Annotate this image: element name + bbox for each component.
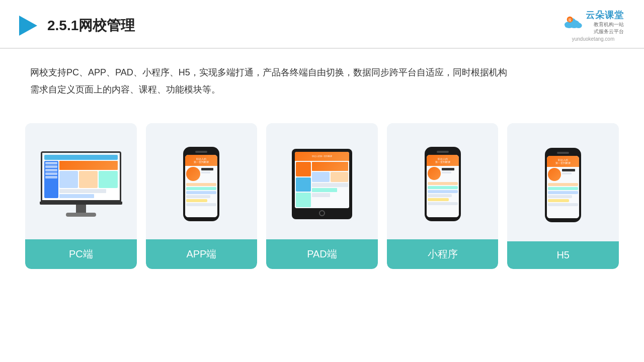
phone-top-bar [195, 151, 207, 153]
card-label-pad: PAD端 [266, 239, 378, 269]
cloud-icon: 云 [562, 15, 583, 30]
page-header: 2.5.1网校管理 云 云朵课堂 教育机构一站 式服务云平台 yunduo [0, 0, 644, 49]
logo-tagline: 教育机构一站 式服务云平台 [586, 21, 624, 35]
cards-container: PC端 职达人的第一堂判断课 [0, 108, 644, 279]
description-line1: 网校支持PC、APP、PAD、小程序、H5，实现多端打通，产品各终端自由切换，数… [30, 64, 614, 81]
card-pad: 职达人的第一堂判断课 [266, 123, 378, 269]
card-label-app: APP端 [146, 239, 258, 269]
tablet-home-btn [319, 210, 325, 216]
phone-top-bar-3 [557, 152, 569, 154]
card-pc: PC端 [25, 123, 137, 269]
monitor-screen [41, 151, 121, 202]
logo-name: 云朵课堂 [586, 9, 624, 21]
card-h5: 职达人的第一堂判断课 [507, 123, 619, 269]
pc-image-area [25, 123, 137, 239]
h5-screen: 职达人的第一堂判断课 [547, 156, 579, 218]
page-title: 2.5.1网校管理 [47, 16, 135, 35]
miniprogram-screen: 职达人的第一堂判断课 [427, 155, 459, 217]
description-line2: 需求自定义页面上的内容、课程、功能模块等。 [30, 81, 614, 98]
description-block: 网校支持PC、APP、PAD、小程序、H5，实现多端打通，产品各终端自由切换，数… [0, 49, 644, 103]
logo-cloud: 云 云朵课堂 教育机构一站 式服务云平台 [562, 9, 624, 35]
logo-area: 云 云朵课堂 教育机构一站 式服务云平台 yunduoketang.com [562, 9, 624, 42]
svg-text:云: 云 [568, 18, 572, 22]
pad-image-area: 职达人的第一堂判断课 [266, 123, 378, 239]
miniprogram-image-area: 职达人的第一堂判断课 [387, 123, 499, 239]
h5-phone-mock: 职达人的第一堂判断课 [545, 148, 581, 222]
card-app: 职达人的第一堂判断课 [146, 123, 258, 269]
svg-marker-0 [19, 16, 37, 36]
card-label-miniprogram: 小程序 [387, 239, 499, 269]
phone-screen: 职达人的第一堂判断课 [185, 155, 217, 217]
card-label-h5: H5 [507, 241, 619, 269]
logo-url: yunduoketang.com [572, 36, 615, 42]
tablet-screen: 职达人的第一堂判断课 [295, 152, 349, 208]
pc-monitor-mock [40, 151, 122, 217]
svg-rect-5 [565, 25, 581, 27]
pad-tablet-mock: 职达人的第一堂判断课 [292, 149, 352, 219]
app-image-area: 职达人的第一堂判断课 [146, 123, 258, 239]
app-phone-mock: 职达人的第一堂判断课 [183, 147, 219, 221]
phone-top-bar-2 [437, 151, 449, 153]
header-left: 2.5.1网校管理 [15, 14, 135, 38]
card-label-pc: PC端 [25, 239, 137, 269]
miniprogram-phone-mock: 职达人的第一堂判断课 [425, 147, 461, 221]
logo-text-group: 云朵课堂 教育机构一站 式服务云平台 [586, 9, 624, 35]
h5-image-area: 职达人的第一堂判断课 [507, 123, 619, 241]
card-miniprogram: 职达人的第一堂判断课 [387, 123, 499, 269]
play-icon [15, 14, 39, 38]
